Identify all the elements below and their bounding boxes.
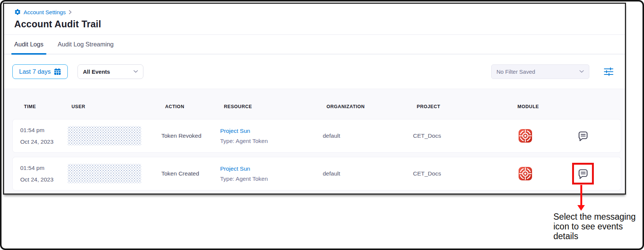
col-header-action: ACTION: [165, 104, 224, 109]
table-row: 01:54 pm Oct 24, 2023 Token Revoked Proj…: [12, 119, 621, 153]
messaging-icon: [577, 130, 589, 142]
tab-audit-log-streaming[interactable]: Audit Log Streaming: [58, 35, 114, 54]
module-cell: [514, 129, 570, 143]
details-cell: [570, 129, 621, 142]
table-header-row: TIME USER ACTION RESOURCE ORGANIZATION P…: [12, 104, 621, 109]
project-cell: CET_Docs: [413, 170, 514, 177]
time-cell: 01:54 pm Oct 24, 2023: [20, 124, 68, 147]
event-date: Oct 24, 2023: [20, 136, 68, 147]
col-header-user: USER: [72, 104, 165, 109]
col-header-module: MODULE: [517, 104, 574, 109]
page-title: Account Audit Trail: [14, 19, 625, 30]
tab-bar: Audit Logs Audit Log Streaming: [4, 35, 625, 54]
resource-cell: Project Sun Type: Agent Token: [220, 128, 323, 144]
filter-settings-button[interactable]: [604, 67, 614, 76]
events-filter-select[interactable]: All Events: [78, 64, 143, 79]
module-cell: [514, 167, 570, 181]
sliders-icon: [604, 67, 614, 76]
table-row: 01:54 pm Oct 24, 2023 Token Created Proj…: [12, 157, 621, 190]
event-time: 01:54 pm: [20, 124, 68, 136]
gear-icon: [14, 9, 21, 15]
resource-link[interactable]: Project Sun: [220, 165, 323, 172]
calendar-icon: [54, 68, 61, 75]
cet-module-icon: [518, 167, 570, 181]
annotation-highlight-box: [572, 163, 594, 185]
saved-filter-value: No Filter Saved: [496, 68, 535, 75]
screenshot-canvas: Account Settings Account Audit Trail Aud…: [0, 0, 644, 250]
resource-link[interactable]: Project Sun: [220, 128, 323, 134]
chevron-down-icon: [133, 70, 138, 73]
annotation-arrow: [580, 185, 582, 206]
app-window: Account Settings Account Audit Trail Aud…: [3, 3, 626, 195]
page-header: Account Settings Account Audit Trail: [4, 4, 625, 30]
action-cell: Token Created: [161, 170, 220, 177]
col-header-organization: ORGANIZATION: [326, 104, 417, 109]
chevron-right-icon: [69, 10, 72, 15]
date-range-label: Last 7 days: [19, 68, 51, 75]
action-cell: Token Revoked: [161, 132, 220, 139]
event-date: Oct 24, 2023: [20, 174, 68, 185]
organization-cell: default: [323, 132, 413, 139]
project-cell: CET_Docs: [413, 132, 514, 139]
user-cell: [68, 126, 161, 146]
event-time: 01:54 pm: [20, 162, 68, 174]
saved-filter-select[interactable]: No Filter Saved: [491, 64, 589, 79]
filter-toolbar: Last 7 days All Events No Filter Saved: [4, 54, 625, 89]
message-details-button[interactable]: [577, 129, 589, 142]
details-cell: [570, 167, 621, 180]
user-cell: [68, 164, 161, 183]
resource-cell: Project Sun Type: Agent Token: [220, 165, 323, 182]
col-header-project: PROJECT: [417, 104, 517, 109]
breadcrumb: Account Settings: [14, 8, 625, 16]
events-filter-value: All Events: [83, 68, 110, 75]
chevron-down-icon: [579, 70, 584, 73]
col-header-time: TIME: [24, 104, 72, 109]
redacted-user-blur: [68, 126, 141, 146]
audit-table: TIME USER ACTION RESOURCE ORGANIZATION P…: [4, 89, 625, 193]
col-header-resource: RESOURCE: [224, 104, 326, 109]
time-cell: 01:54 pm Oct 24, 2023: [20, 162, 68, 185]
redacted-user-blur: [68, 164, 141, 183]
breadcrumb-account-settings-link[interactable]: Account Settings: [24, 9, 66, 15]
organization-cell: default: [323, 170, 413, 177]
annotation-arrow-head-icon: [577, 205, 585, 211]
resource-type: Type: Agent Token: [220, 176, 323, 182]
cet-module-icon: [518, 129, 570, 143]
tab-audit-logs[interactable]: Audit Logs: [14, 35, 43, 54]
date-range-button[interactable]: Last 7 days: [12, 64, 68, 79]
message-details-button[interactable]: [577, 167, 589, 180]
resource-type: Type: Agent Token: [220, 138, 323, 144]
annotation-text: Select the messaging icon to see events …: [553, 212, 637, 241]
